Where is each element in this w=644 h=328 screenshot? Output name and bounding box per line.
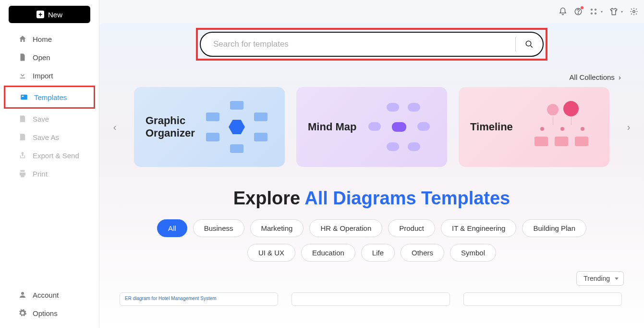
chip-product[interactable]: Product (388, 219, 435, 237)
sidebar-item-open[interactable]: Open (0, 48, 99, 66)
carousel-prev[interactable]: ‹ (105, 117, 124, 137)
card-timeline[interactable]: Timeline (459, 87, 609, 167)
page-heading: Explore All Diagrams Templates (99, 188, 644, 209)
gear-icon (18, 309, 27, 317)
save-icon (18, 114, 27, 123)
svg-point-2 (21, 292, 24, 295)
category-carousel: ‹ Graphic Organizer Mind Map Timeline (99, 85, 644, 169)
help-icon[interactable] (574, 7, 583, 16)
sidebar-label: Print (33, 170, 48, 178)
filter-chips-row1: All Business Marketing HR & Operation Pr… (99, 219, 644, 237)
graphic-organizer-icon (201, 98, 273, 156)
sidebar-item-templates[interactable]: Templates (5, 87, 94, 107)
sidebar: + New Home Open Import Templates Save Sa… (0, 0, 99, 328)
plus-icon: + (36, 11, 44, 18)
timeline-icon (526, 98, 598, 156)
chip-hr-operation[interactable]: HR & Operation (309, 219, 382, 237)
card-mind-map[interactable]: Mind Map (296, 87, 447, 167)
sidebar-label: Save (33, 115, 49, 123)
sidebar-item-options[interactable]: Options (0, 304, 99, 322)
sidebar-label: Save As (33, 133, 59, 141)
svg-rect-0 (21, 95, 27, 100)
sidebar-item-account[interactable]: Account (0, 286, 99, 304)
content: All Collections › ‹ Graphic Organizer Mi… (99, 23, 644, 328)
svg-rect-1 (22, 96, 24, 97)
bell-icon[interactable] (559, 7, 567, 16)
svg-point-6 (595, 9, 596, 11)
card-title: Graphic Organizer (146, 114, 201, 139)
sidebar-label: Templates (34, 93, 67, 101)
template-thumb[interactable] (463, 292, 622, 306)
chip-building-plan[interactable]: Building Plan (522, 219, 586, 237)
chevron-down-icon: ▾ (621, 10, 623, 14)
sidebar-label: Export & Send (33, 151, 79, 160)
sidebar-item-home[interactable]: Home (0, 30, 99, 48)
sidebar-item-export[interactable]: Export & Send (0, 146, 99, 164)
topbar: ▾ ▾ (99, 0, 644, 23)
svg-point-8 (595, 13, 596, 14)
file-icon (18, 53, 27, 62)
heading-accent: All Diagrams Templates (304, 188, 510, 208)
card-title: Mind Map (308, 121, 364, 133)
svg-point-5 (591, 9, 593, 11)
chip-symbol[interactable]: Symbol (450, 244, 496, 262)
sidebar-label: Options (33, 309, 58, 317)
search-icon (525, 40, 534, 49)
svg-point-9 (633, 11, 635, 13)
chip-others[interactable]: Others (401, 244, 444, 262)
chip-all[interactable]: All (157, 219, 187, 237)
template-thumb[interactable] (292, 292, 450, 306)
svg-point-10 (526, 41, 531, 46)
print-icon (18, 169, 27, 178)
search-button[interactable] (516, 40, 543, 49)
template-thumb[interactable]: ER diagram for Hotel Management System (120, 292, 278, 306)
templates-highlight: Templates (4, 86, 95, 109)
sidebar-label: Account (33, 291, 59, 299)
filter-chips-row2: UI & UX Education Life Others Symbol (99, 244, 644, 262)
search-bar (200, 32, 544, 57)
saveas-icon (18, 133, 27, 141)
heading-prefix: Explore (233, 188, 305, 208)
export-icon (18, 151, 27, 160)
search-highlight (196, 28, 547, 61)
new-button[interactable]: + New (9, 6, 90, 23)
sidebar-label: Import (33, 72, 53, 80)
mind-map-icon (364, 98, 436, 156)
card-graphic-organizer[interactable]: Graphic Organizer (134, 87, 285, 167)
svg-point-4 (578, 13, 578, 13)
sidebar-item-saveas[interactable]: Save As (0, 128, 99, 146)
sidebar-item-print[interactable]: Print (0, 164, 99, 183)
all-collections-link[interactable]: All Collections › (99, 61, 644, 85)
settings-icon[interactable] (630, 7, 638, 16)
chip-ui-ux[interactable]: UI & UX (247, 244, 295, 262)
card-title: Timeline (470, 121, 526, 133)
templates-icon (20, 93, 28, 101)
sort-row: Trending (99, 268, 644, 289)
main-area: ▾ ▾ All Collections › ‹ Graphic Organize… (99, 0, 644, 328)
sidebar-item-save[interactable]: Save (0, 110, 99, 128)
grid-icon[interactable] (589, 7, 598, 16)
home-icon (18, 35, 27, 43)
collections-label: All Collections (570, 73, 615, 81)
shirt-icon[interactable] (609, 7, 618, 16)
sidebar-label: Home (33, 35, 52, 43)
chevron-right-icon: › (619, 73, 621, 81)
carousel-next[interactable]: › (619, 117, 638, 137)
account-icon (18, 290, 27, 299)
sidebar-label: Open (33, 53, 50, 62)
svg-point-7 (591, 13, 593, 14)
chip-marketing[interactable]: Marketing (250, 219, 304, 237)
chevron-down-icon: ▾ (601, 10, 603, 14)
chip-education[interactable]: Education (301, 244, 355, 262)
notification-dot (581, 6, 583, 9)
sort-dropdown[interactable]: Trending (576, 271, 624, 286)
chip-business[interactable]: Business (193, 219, 244, 237)
template-grid: ER diagram for Hotel Management System (99, 289, 644, 310)
search-input[interactable] (201, 39, 515, 49)
import-icon (18, 71, 27, 80)
sidebar-item-import[interactable]: Import (0, 66, 99, 85)
chip-life[interactable]: Life (361, 244, 395, 262)
chip-it-engineering[interactable]: IT & Engineering (441, 219, 516, 237)
new-label: New (48, 11, 62, 19)
